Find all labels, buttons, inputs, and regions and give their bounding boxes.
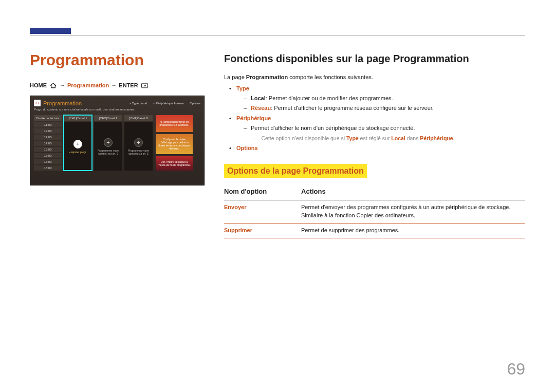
breadcrumb-arrow: → [60,82,65,88]
ds-ch-header: [CH1]Canal 1 [64,115,92,121]
opt-name-type: Type [236,85,249,91]
home-icon [50,83,57,88]
opt-name-periph: Périphérique [236,115,271,121]
ds-subtitle: Progr. du contenu sur une chaîne locale … [34,108,200,111]
ds-side-hints: Aj. contenu pour créer un programme sur … [156,115,193,171]
table-row: Envoyer Permet d'envoyer des programmes … [224,200,525,223]
ds-channel-3[interactable]: [CH3]Canal 3 + Programmez votre contenu … [124,115,153,171]
ds-time-column: Durée de lecture 11:00 12:00 13:00 14:00… [34,115,62,171]
ds-add-label: + Ajouter progr. [69,151,86,154]
ds-type-control[interactable]: ▾Type Local [130,101,147,105]
breadcrumb-programmation: Programmation [67,82,109,88]
ds-time-row: 17:00 [34,159,62,164]
ds-channel-2[interactable]: [CH2]Canal 2 + Programmez votre contenu … [94,115,122,171]
options-table: Nom d'option Actions Envoyer Permet d'en… [224,183,525,238]
th-option-name: Nom d'option [224,183,301,200]
plus-icon[interactable]: + [134,138,143,147]
opt-name-options: Options [236,145,258,151]
left-column: Programmation HOME → Programmation → ENT… [30,51,205,238]
device-screenshot: 31 Programmation ▾Type Local ▾Périphériq… [30,96,205,185]
ds-time-row: 12:00 [34,128,62,134]
ds-hint-3: Déf. l'heure de début et l'heure de fin … [156,156,193,171]
ds-time-header: Durée de lecture [34,115,62,121]
chapter-indicator [30,28,71,34]
bullet-options: Options [231,144,525,153]
ds-time-row: 13:00 [34,135,62,140]
td-actions: Permet de supprimer des programmes. [301,223,525,238]
ds-ch-header: [CH3]Canal 3 [124,115,153,121]
page-number: 69 [507,360,525,379]
ds-time-row: 15:00 [34,147,62,152]
sub-local: Local: Permet d'ajouter ou de modifier d… [246,95,525,103]
ds-hint-1: Aj. contenu pour créer un programme sur … [156,115,193,132]
intro-text: La page Programmation comporte les fonct… [224,73,525,82]
sub-periph-desc: Permet d'afficher le nom d'un périphériq… [246,124,525,133]
periph-note: Cette option n'est disponible que si Typ… [236,135,525,142]
ds-periph-control[interactable]: ▾Périphérique Interne [153,101,183,105]
sub-reseau: Réseau: Permet d'afficher le programme r… [246,104,525,113]
ds-ch-caption: Programmez votre contenu sur ch. 3 [125,149,152,155]
th-actions: Actions [301,183,525,200]
plus-icon[interactable]: + [73,140,82,148]
ds-options-control[interactable]: Options [190,102,200,105]
section-heading: Fonctions disponibles sur la page Progra… [224,51,525,66]
ds-ch-header: [CH2]Canal 2 [94,115,122,121]
plus-icon[interactable]: + [104,138,113,147]
top-rule [30,35,525,35]
td-option-name: Supprimer [224,223,301,238]
breadcrumb-arrow: → [111,82,117,88]
svg-rect-0 [141,83,147,88]
ds-ch-caption: Programmez votre contenu sur ch. 2 [95,149,121,155]
ds-channel-1[interactable]: [CH1]Canal 1 + + Ajouter progr. [64,115,92,171]
ds-time-row: 11:00 [34,122,62,127]
table-row: Supprimer Permet de supprimer des progra… [224,223,525,238]
ds-time-row: 16:00 [34,153,62,158]
bullet-periph: Périphérique Permet d'afficher le nom d'… [231,115,525,142]
right-column: Fonctions disponibles sur la page Progra… [224,51,525,238]
ds-title: Programmation [43,100,82,106]
ds-time-row: 14:00 [34,141,62,146]
page-title: Programmation [30,51,205,69]
breadcrumb: HOME → Programmation → ENTER [30,82,205,88]
enter-icon [141,83,148,88]
ds-time-row: 18:00 [34,165,62,171]
dash-icon [252,135,257,142]
breadcrumb-home: HOME [30,82,47,88]
ds-hint-2: Configurez la durée d'affichage pour déf… [156,134,193,154]
sub-section-heading: Options de la page Programmation [224,164,367,178]
bullet-type: Type Local: Permet d'ajouter ou de modif… [231,85,525,113]
breadcrumb-enter: ENTER [119,82,138,88]
content-area: Programmation HOME → Programmation → ENT… [30,51,525,238]
td-option-name: Envoyer [224,200,301,223]
calendar-icon: 31 [34,100,41,106]
td-actions: Permet d'envoyer des programmes configur… [301,200,525,223]
